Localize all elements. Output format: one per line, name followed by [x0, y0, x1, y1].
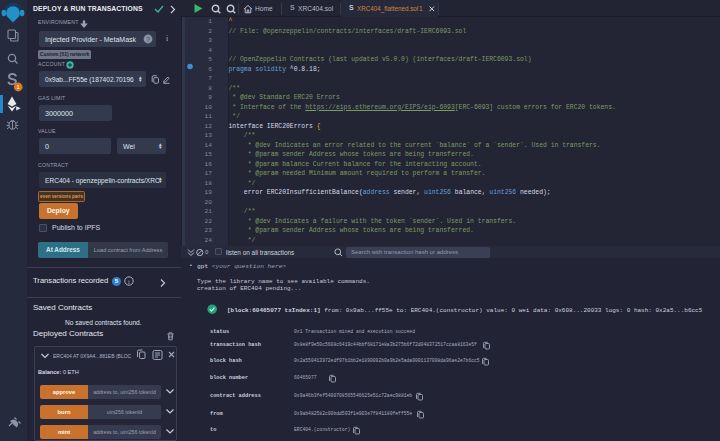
- svg-text:i: i: [128, 278, 130, 285]
- svg-text:?: ?: [146, 36, 150, 43]
